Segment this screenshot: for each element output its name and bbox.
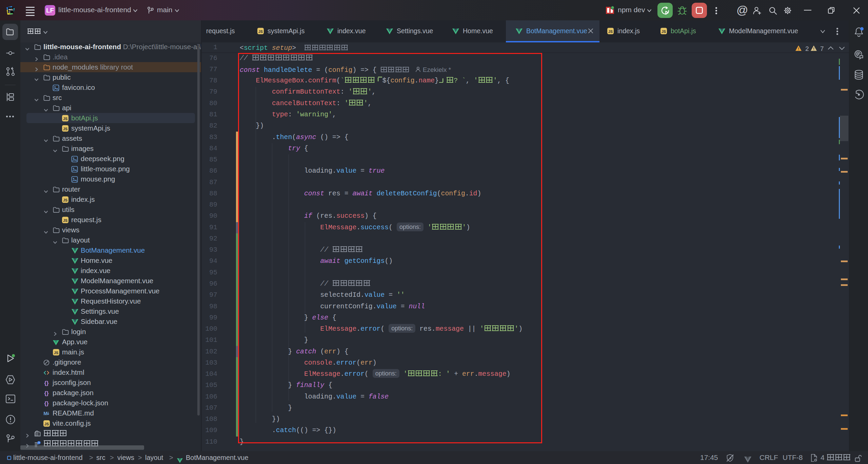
svg-text:{}: {} — [44, 380, 49, 386]
svg-text:WS: WS — [8, 8, 13, 11]
svg-text:!: ! — [813, 47, 814, 51]
svg-text:JS: JS — [63, 127, 67, 131]
svg-text:JS: JS — [608, 30, 613, 34]
svg-text:JS: JS — [63, 218, 67, 223]
svg-text:{}: {} — [44, 400, 49, 407]
svg-text:2: 2 — [805, 45, 809, 52]
svg-text:JS: JS — [63, 117, 67, 121]
svg-text:{}: {} — [44, 390, 49, 397]
svg-text:JS: JS — [662, 30, 666, 34]
svg-text:JS: JS — [54, 351, 58, 355]
svg-text:7: 7 — [820, 45, 824, 52]
svg-text:!: ! — [798, 47, 799, 51]
svg-text:JS: JS — [258, 30, 263, 34]
svg-text:M: M — [43, 411, 47, 416]
svg-text:JS: JS — [44, 422, 49, 426]
svg-text:JS: JS — [63, 198, 67, 202]
